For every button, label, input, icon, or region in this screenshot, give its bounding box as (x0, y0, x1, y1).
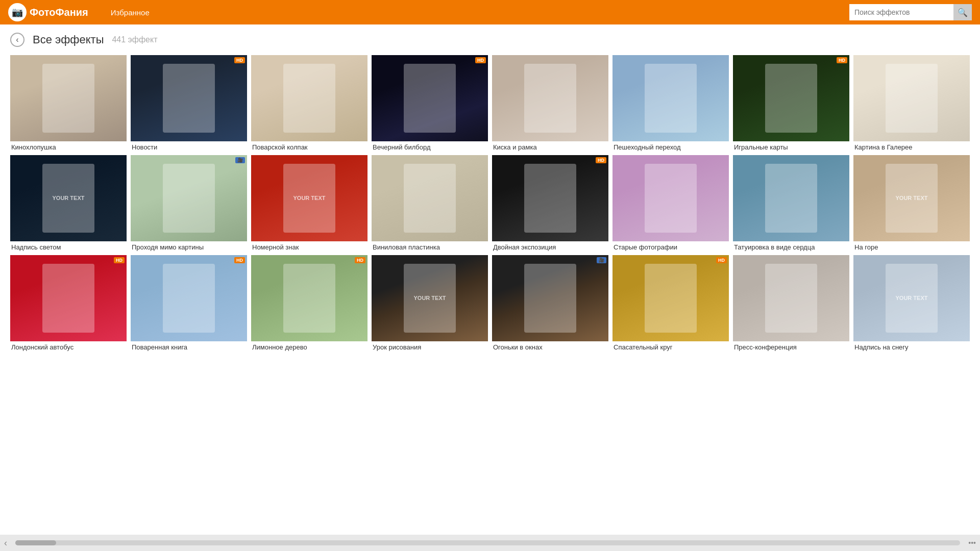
effect-thumb-14 (612, 155, 729, 241)
thumb-inner-17 (10, 255, 127, 341)
effect-item-9[interactable]: YOUR TEXTНадпись светом (10, 155, 127, 251)
nav-favorites[interactable]: Избранное (101, 0, 160, 24)
effect-item-7[interactable]: HDИгральные карты (733, 55, 849, 151)
effect-item-10[interactable]: 🎥Проходя мимо картины (131, 155, 247, 251)
effect-item-14[interactable]: Старые фотографии (612, 155, 729, 251)
effect-thumb-16: YOUR TEXT (853, 155, 970, 241)
thumb-inner-14 (612, 155, 729, 241)
effect-item-5[interactable]: Киска и рамка (492, 55, 608, 151)
effect-item-11[interactable]: YOUR TEXTНомерной знак (251, 155, 368, 251)
effect-name-22: Спасательный круг (612, 343, 729, 351)
page-title: Все эффекты (33, 33, 104, 46)
effect-thumb-15 (733, 155, 849, 241)
effect-item-17[interactable]: HDЛондонский автобус (10, 255, 127, 351)
search-button[interactable]: 🔍 (953, 4, 972, 20)
effect-item-23[interactable]: Пресс-конференция (733, 255, 849, 351)
logo[interactable]: 📷 ФотоФания (8, 3, 88, 21)
effect-item-18[interactable]: HDПоваренная книга (131, 255, 247, 351)
effect-name-18: Поваренная книга (131, 343, 247, 351)
effect-item-19[interactable]: HDЛимонное дерево (251, 255, 368, 351)
effect-name-2: Новости (131, 143, 247, 151)
effect-name-21: Огоньки в окнах (492, 343, 608, 351)
effect-item-12[interactable]: Виниловая пластинка (372, 155, 488, 251)
effect-name-15: Татуировка в виде сердца (733, 243, 849, 251)
effect-name-11: Номерной знак (251, 243, 368, 251)
effect-thumb-13: HD (492, 155, 608, 241)
effect-item-24[interactable]: YOUR TEXTНадпись на снегу (853, 255, 970, 351)
thumb-inner-4 (372, 55, 488, 141)
effect-item-15[interactable]: Татуировка в виде сердца (733, 155, 849, 251)
thumb-text-9: YOUR TEXT (53, 195, 85, 201)
effect-thumb-19: HD (251, 255, 368, 341)
effect-item-4[interactable]: HDВечерний билборд (372, 55, 488, 151)
scrollbar: ‹ ••• (0, 535, 980, 551)
effect-item-21[interactable]: 🎥Огоньки в окнах (492, 255, 608, 351)
thumb-inner-18 (131, 255, 247, 341)
search-input[interactable] (849, 8, 953, 16)
scroll-left-button[interactable]: ‹ (4, 538, 7, 548)
effect-thumb-21: 🎥 (492, 255, 608, 341)
effect-thumb-3 (251, 55, 368, 141)
scroll-right-button[interactable]: ••• (968, 539, 976, 547)
effect-thumb-2: HD (131, 55, 247, 141)
effect-item-2[interactable]: HDНовости (131, 55, 247, 151)
effect-name-20: Урок рисования (372, 343, 488, 351)
effect-thumb-9: YOUR TEXT (10, 155, 127, 241)
badge-21: 🎥 (597, 257, 606, 263)
back-button[interactable]: ‹ (10, 33, 24, 47)
logo-circle: 📷 (8, 3, 27, 21)
thumb-inner-22 (612, 255, 729, 341)
badge-13: HD (596, 157, 606, 163)
thumb-inner-19 (251, 255, 368, 341)
thumb-inner-8 (853, 55, 970, 141)
effect-thumb-10: 🎥 (131, 155, 247, 241)
thumb-inner-2 (131, 55, 247, 141)
effect-name-9: Надпись светом (10, 243, 127, 251)
effect-thumb-1 (10, 55, 127, 141)
page-header: ‹ Все эффекты 441 эффект (10, 33, 970, 47)
thumb-inner-6 (612, 55, 729, 141)
effect-name-5: Киска и рамка (492, 143, 608, 151)
effect-name-16: На горе (853, 243, 970, 251)
effect-thumb-11: YOUR TEXT (251, 155, 368, 241)
effect-name-17: Лондонский автобус (10, 343, 127, 351)
effect-thumb-4: HD (372, 55, 488, 141)
effect-item-3[interactable]: Поварской колпак (251, 55, 368, 151)
effect-item-22[interactable]: HDСпасательный круг (612, 255, 729, 351)
effect-name-6: Пешеходный переход (612, 143, 729, 151)
badge-17: HD (114, 257, 125, 263)
thumb-inner-9: YOUR TEXT (10, 155, 127, 241)
thumb-inner-23 (733, 255, 849, 341)
effect-thumb-8 (853, 55, 970, 141)
thumb-text-24: YOUR TEXT (896, 295, 928, 301)
effect-thumb-23 (733, 255, 849, 341)
badge-19: HD (355, 257, 365, 263)
thumb-inner-21 (492, 255, 608, 341)
thumb-inner-3 (251, 55, 368, 141)
effect-count: 441 эффект (112, 35, 157, 44)
thumb-inner-1 (10, 55, 127, 141)
effect-item-1[interactable]: Кинохлопушка (10, 55, 127, 151)
effect-thumb-22: HD (612, 255, 729, 341)
effect-item-20[interactable]: YOUR TEXTУрок рисования (372, 255, 488, 351)
effect-thumb-20: YOUR TEXT (372, 255, 488, 341)
badge-18: HD (234, 257, 245, 263)
effects-grid: КинохлопушкаHDНовостиПоварской колпакHDВ… (10, 55, 970, 351)
thumb-inner-15 (733, 155, 849, 241)
effect-item-6[interactable]: Пешеходный переход (612, 55, 729, 151)
effect-thumb-12 (372, 155, 488, 241)
effect-name-19: Лимонное дерево (251, 343, 368, 351)
effect-item-13[interactable]: HDДвойная экспозиция (492, 155, 608, 251)
thumb-inner-16: YOUR TEXT (853, 155, 970, 241)
effect-thumb-7: HD (733, 55, 849, 141)
effect-name-10: Проходя мимо картины (131, 243, 247, 251)
effect-thumb-18: HD (131, 255, 247, 341)
effect-item-8[interactable]: Картина в Галерее (853, 55, 970, 151)
effect-thumb-5 (492, 55, 608, 141)
badge-4: HD (475, 57, 486, 63)
header: 📷 ФотоФания Главная Избранное Разделы 🔍 (0, 0, 980, 24)
badge-7: HD (837, 57, 847, 63)
page-content: ‹ Все эффекты 441 эффект КинохлопушкаHDН… (0, 24, 980, 535)
effect-item-16[interactable]: YOUR TEXTНа горе (853, 155, 970, 251)
scroll-track[interactable] (15, 540, 960, 545)
